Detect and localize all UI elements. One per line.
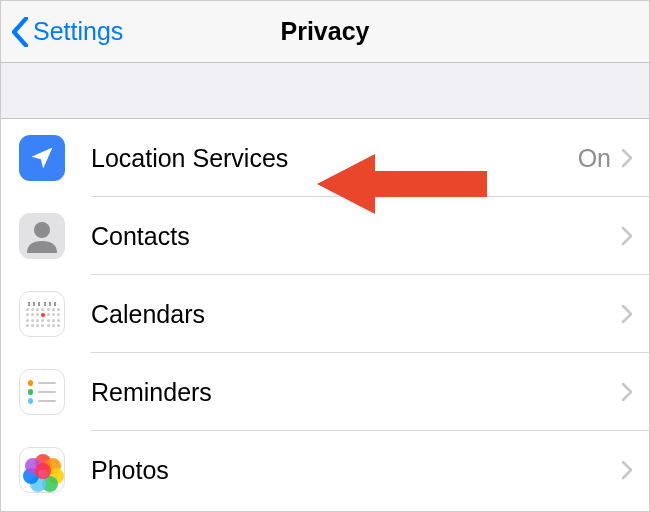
row-status: On bbox=[578, 144, 611, 173]
row-label: Photos bbox=[91, 456, 621, 485]
back-chevron-icon bbox=[11, 17, 29, 47]
photos-icon bbox=[19, 447, 65, 493]
back-label: Settings bbox=[33, 17, 123, 46]
chevron-right-icon bbox=[621, 460, 633, 480]
calendars-icon bbox=[19, 291, 65, 337]
nav-bar: Settings Privacy bbox=[1, 1, 649, 63]
row-label: Contacts bbox=[91, 222, 621, 251]
section-gap bbox=[1, 63, 649, 119]
svg-point-0 bbox=[34, 222, 50, 238]
reminders-icon bbox=[19, 369, 65, 415]
row-label: Reminders bbox=[91, 378, 621, 407]
row-reminders[interactable]: Reminders bbox=[1, 353, 649, 431]
contacts-icon bbox=[19, 213, 65, 259]
row-label: Location Services bbox=[91, 144, 578, 173]
row-label: Calendars bbox=[91, 300, 621, 329]
chevron-right-icon bbox=[621, 304, 633, 324]
chevron-right-icon bbox=[621, 382, 633, 402]
page-title: Privacy bbox=[281, 17, 370, 46]
row-photos[interactable]: Photos bbox=[1, 431, 649, 509]
row-calendars[interactable]: Calendars bbox=[1, 275, 649, 353]
location-icon bbox=[19, 135, 65, 181]
chevron-right-icon bbox=[621, 148, 633, 168]
privacy-list: Location Services On Contacts bbox=[1, 119, 649, 509]
row-contacts[interactable]: Contacts bbox=[1, 197, 649, 275]
chevron-right-icon bbox=[621, 226, 633, 246]
row-location-services[interactable]: Location Services On bbox=[1, 119, 649, 197]
back-button[interactable]: Settings bbox=[1, 17, 123, 47]
